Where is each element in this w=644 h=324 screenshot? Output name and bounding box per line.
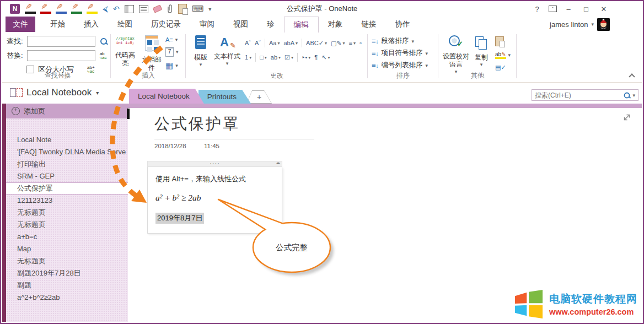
search-scope-dropdown-icon[interactable]: ▾ (631, 93, 638, 98)
paste-small-icon[interactable] (495, 36, 504, 46)
page-title[interactable]: 公式保护罩 (154, 114, 240, 134)
collapse-ribbon-icon[interactable] (629, 73, 634, 78)
numbering-icon[interactable]: 1▾ (245, 54, 251, 61)
onenote-logo-icon[interactable]: N (10, 4, 20, 14)
table-grid-icon[interactable]: ▦▾ (165, 61, 179, 71)
ribbon-tab-6[interactable]: 视图 (224, 17, 257, 32)
watermark: 电脑软硬件教程网 www.computer26.com (513, 290, 637, 318)
text-style-button[interactable]: A✎ 文本样式 ▾ (214, 35, 240, 67)
attach-file-icon[interactable] (167, 4, 173, 13)
ribbon-tab-11[interactable]: 协作 (386, 17, 420, 32)
code-highlight-button[interactable]: //Syntaxint i=0; 代码高亮 (112, 36, 138, 68)
undo-icon[interactable]: ↶ (113, 5, 120, 13)
clear-format-icon[interactable]: abA▾ (283, 40, 298, 46)
strikethrough-icon[interactable]: ab▾ (271, 54, 281, 61)
maximize-icon[interactable]: □ (580, 5, 592, 13)
ribbon-tab-3[interactable]: 绘图 (108, 17, 142, 32)
grow-font-icon[interactable]: Aˆ (245, 40, 251, 46)
note-container[interactable]: ···· ◂▸ 使用 Alt+=，来输入线性公式 a² + b² ≥ 2ab 2… (147, 161, 282, 234)
pen-icon[interactable]: ✎ (56, 4, 67, 14)
page-list-item[interactable]: SRM - GEP (6, 170, 128, 182)
select-cursor-icon[interactable]: ↖▾ (321, 54, 330, 61)
document-part-button[interactable]: 文档部件 (139, 35, 164, 72)
pen-icon[interactable]: ✎ (40, 4, 51, 14)
sort-item-3[interactable]: ≡↓编号列表排序▾ (372, 61, 428, 70)
ribbon-tab-4[interactable]: 历史记录 (142, 17, 190, 32)
page-list-item[interactable]: 副题 (6, 279, 128, 291)
customize-qat-icon[interactable]: ▾ (208, 6, 211, 12)
ribbon-tab-2[interactable]: 插入 (74, 17, 108, 32)
date-stamp-icon[interactable]: 7▾ (165, 47, 179, 57)
find-input[interactable] (27, 36, 95, 47)
bullets-icon[interactable]: ‣•▾ (302, 54, 310, 61)
template-button[interactable]: 模版 ▾ (190, 35, 212, 68)
add-page-button[interactable]: 添加页 (6, 104, 128, 118)
ribbon-tab-9[interactable]: 对象 (319, 17, 352, 32)
pen-icon[interactable]: ✎ (71, 4, 82, 14)
eraser-icon[interactable] (152, 4, 162, 13)
avatar[interactable] (597, 18, 610, 31)
spellcheck-icon[interactable]: ABC✓▾ (306, 40, 327, 47)
section-tab-printouts[interactable]: Printouts (198, 90, 251, 104)
ribbon-tab-5[interactable]: 审阅 (190, 17, 224, 32)
page-list-item[interactable]: 公式保护罩 (6, 182, 128, 195)
note-drag-handle[interactable]: ···· ◂▸ (147, 161, 282, 167)
note-body[interactable]: 使用 Alt+=，来输入线性公式 a² + b² ≥ 2ab 2019年8月7日 (147, 167, 282, 234)
pen-icon[interactable]: ✎ (87, 4, 98, 14)
section-tab-local-notebook[interactable]: Local Notebook (129, 89, 204, 104)
page-list-item[interactable]: '[FAQ] Twonky DLNA Media Serve (6, 146, 128, 158)
formula-text[interactable]: a² + b² ≥ 2ab (155, 193, 274, 203)
user-area[interactable]: james linton ▾ (550, 17, 610, 32)
border-icon[interactable]: □▾ (260, 54, 267, 61)
dock-window-icon[interactable] (125, 5, 134, 13)
page-list-item[interactable]: 无标题页 (6, 219, 128, 231)
ribbon-tab-10[interactable]: 链接 (352, 17, 386, 32)
ribbon-tab-1[interactable]: 开始 (41, 17, 74, 32)
page-list-item[interactable]: a+b=c (6, 231, 128, 243)
notebook-dropdown[interactable]: Local Notebook ▾ (10, 87, 99, 98)
line-spacing-icon[interactable]: ≡▾ (349, 40, 356, 46)
page-list-item[interactable]: 副题2019年7月28日 (6, 267, 128, 279)
close-icon[interactable]: ✕ (598, 5, 610, 13)
file-tab[interactable]: 文件 (6, 17, 35, 32)
page-color-icon[interactable]: ▢✎▾ (331, 40, 345, 47)
page-list-item[interactable]: 121123123 (6, 195, 128, 207)
ribbon-tab-7[interactable]: 珍 (257, 17, 284, 32)
paste-icon[interactable] (178, 4, 187, 14)
page-list-item[interactable]: 无标题页 (6, 255, 128, 267)
replace-input[interactable] (27, 50, 95, 61)
search-input[interactable] (532, 91, 623, 99)
symbol-list-icon[interactable]: A≡▾ (165, 36, 179, 43)
minimize-icon[interactable]: – (562, 5, 575, 13)
highlighted-date[interactable]: 2019年8月7日 (155, 213, 204, 224)
shrink-font-icon[interactable]: Aˇ (255, 40, 261, 46)
proofing-language-button[interactable]: 设置校对语言 ▾ (441, 35, 471, 75)
split-merge-icon[interactable]: ¶ (314, 54, 318, 61)
page-list-item[interactable]: 无标题页 (6, 207, 128, 219)
back-icon[interactable]: ⮘ (103, 5, 108, 13)
search-box[interactable]: ▾ (532, 89, 638, 101)
pen-icon[interactable]: ✎ (25, 4, 36, 14)
ribbon-tab-8[interactable]: 编辑 (284, 17, 319, 33)
sort-item-1[interactable]: ≡↓段落排序▾ (372, 36, 428, 46)
highlight-pen-icon[interactable]: ab✎▾ (495, 51, 511, 59)
help-icon[interactable]: ? (531, 5, 543, 13)
doc-check-icon[interactable]: ▤✓ (495, 64, 511, 71)
page-list-item[interactable]: a^2+b^2≥2ab (6, 291, 128, 304)
search-icon[interactable] (100, 37, 108, 45)
page-list-item[interactable]: Local Note (6, 134, 128, 146)
ribbon-display-options-icon[interactable]: ⌃ (549, 6, 557, 12)
page-list-item[interactable]: Map (6, 243, 128, 255)
full-page-view-icon[interactable] (139, 5, 148, 13)
resize-arrows-icon[interactable]: ◂▸ (276, 161, 280, 165)
expand-page-icon[interactable] (622, 112, 632, 122)
replace-one-icon[interactable]: ab⤷ac (100, 52, 107, 60)
dashed-box-icon[interactable]: ▫ (359, 40, 362, 46)
sort-item-2[interactable]: ≡↓项目符号排序▾ (372, 48, 428, 58)
new-section-tab[interactable]: + (246, 90, 272, 104)
copy-button[interactable]: 复制 ▾ (472, 36, 491, 68)
change-case-icon[interactable]: Aa▾ (269, 40, 280, 46)
page-list-item[interactable]: 打印输出 (6, 158, 128, 170)
keyboard-icon[interactable]: ⌨ (192, 4, 204, 14)
checkbox-tag-icon[interactable]: ☑▾ (285, 54, 293, 61)
